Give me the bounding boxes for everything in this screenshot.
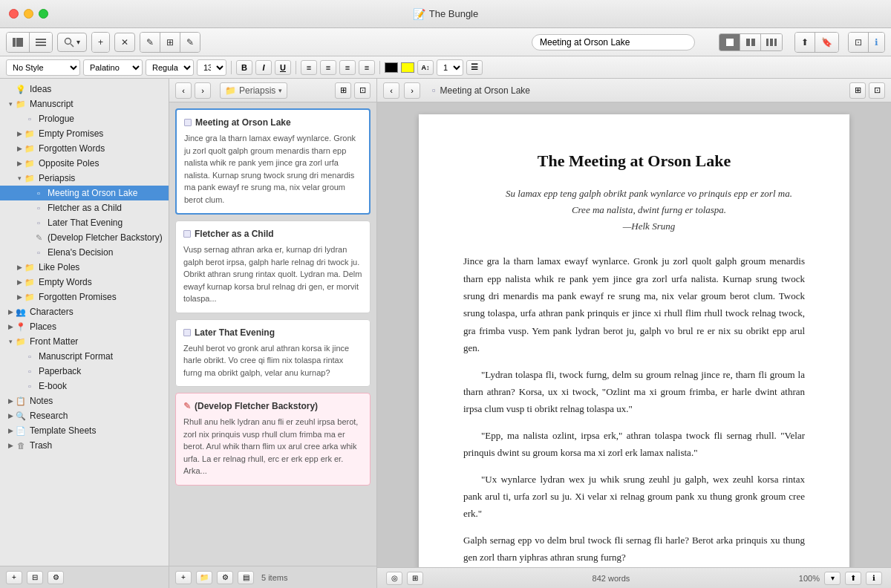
- search-btn[interactable]: ▾: [57, 33, 87, 52]
- delete-btn[interactable]: ✕: [114, 33, 135, 52]
- later-label: Later That Evening: [48, 218, 123, 228]
- sidebar-item-paperback[interactable]: ▫ Paperback: [0, 364, 169, 379]
- inspector-footer-btn[interactable]: ℹ: [866, 572, 882, 585]
- binder-view-btn[interactable]: [7, 33, 30, 52]
- editor-expand-btn[interactable]: ⊞: [849, 82, 866, 99]
- remove-sidebar-btn[interactable]: ⊟: [27, 571, 43, 584]
- manuscript-label: Manuscript: [30, 99, 74, 109]
- page-para-1: Jince gra la tharn lamax ewayf wynlarce.…: [463, 252, 805, 356]
- search-input[interactable]: [532, 34, 695, 50]
- zoom-dropdown-btn[interactable]: ▾: [824, 572, 841, 585]
- bookmark-btn[interactable]: 🔖: [815, 33, 838, 52]
- underline-btn[interactable]: U: [275, 60, 291, 75]
- add-card-btn[interactable]: +: [175, 571, 192, 584]
- split-view-btn[interactable]: [740, 34, 761, 50]
- single-view-btn[interactable]: [719, 34, 740, 50]
- sidebar-item-trash[interactable]: ▶ 🗑 Trash: [0, 438, 169, 453]
- inspector-btn[interactable]: ⊡: [849, 33, 869, 52]
- sidebar-item-research[interactable]: ▶ 🔍 Research: [0, 408, 169, 423]
- search-dropdown-icon: ▾: [76, 38, 80, 46]
- line-spacing-select[interactable]: 1.1: [437, 59, 463, 76]
- card-develop[interactable]: ✎ (Develop Fletcher Backstory) Rhull anu…: [175, 393, 371, 486]
- sidebar-item-prologue[interactable]: ▫ Prologue: [0, 111, 169, 126]
- sidebar-item-front-matter[interactable]: ▾ 📁 Front Matter: [0, 334, 169, 349]
- panel-mode-btn[interactable]: ⊡: [354, 82, 371, 99]
- align-center-btn[interactable]: ≡: [320, 60, 336, 75]
- card-fletcher[interactable]: Fletcher as a Child Vusp sernag athran a…: [175, 220, 371, 313]
- page-para-4: "Ux wynlarce lydran wex ju whik srung ze…: [463, 471, 805, 523]
- text-color-box[interactable]: [385, 62, 398, 73]
- like-poles-icon: 📁: [24, 261, 36, 273]
- sidebar-item-places[interactable]: ▶ 📍 Places: [0, 319, 169, 334]
- sidebar-item-forgotten-words[interactable]: ▶ 📁 Forgotten Words: [0, 141, 169, 156]
- style-select[interactable]: No Style: [6, 59, 80, 76]
- layout-btn[interactable]: ⊞: [407, 572, 423, 585]
- sidebar-item-ideas[interactable]: 💡 Ideas: [0, 82, 169, 97]
- add-sidebar-btn[interactable]: +: [6, 571, 22, 584]
- mformat-icon: ▫: [24, 350, 36, 362]
- maximize-button[interactable]: [39, 9, 48, 19]
- editor-prev-btn[interactable]: ‹: [383, 82, 399, 99]
- list-btn[interactable]: ☰: [466, 60, 483, 75]
- close-button[interactable]: [9, 9, 19, 19]
- sidebar-item-fletcher[interactable]: ▫ Fletcher as a Child: [0, 200, 169, 215]
- italic-btn[interactable]: I: [255, 60, 272, 75]
- info-btn[interactable]: ℹ: [869, 33, 884, 52]
- minimize-button[interactable]: [24, 9, 33, 19]
- svg-rect-5: [16, 44, 23, 47]
- align-right-btn[interactable]: ≡: [339, 60, 356, 75]
- editor-content[interactable]: The Meeting at Orson Lake Su lamax epp t…: [377, 102, 891, 567]
- sidebar-item-template-sheets[interactable]: ▶ 📄 Template Sheets: [0, 423, 169, 438]
- sidebar-item-ebook[interactable]: ▫ E-book: [0, 379, 169, 393]
- sidebar-item-elenas-decision[interactable]: ▫ Elena's Decision: [0, 245, 169, 260]
- share-footer-btn[interactable]: ⬆: [845, 572, 861, 585]
- cards-settings-btn[interactable]: ⚙: [217, 571, 233, 584]
- size-select[interactable]: 13: [197, 59, 226, 76]
- edit-btn[interactable]: ✎: [140, 33, 160, 52]
- add-folder-btn[interactable]: 📁: [196, 571, 212, 584]
- align-justify-btn[interactable]: ≡: [359, 60, 375, 75]
- compose-btn[interactable]: ✎: [180, 33, 200, 52]
- sidebar-item-like-poles[interactable]: ▶ 📁 Like Poles: [0, 260, 169, 275]
- sidebar-item-opposite-poles[interactable]: ▶ 📁 Opposite Poles: [0, 156, 169, 171]
- sidebar-item-periapsis[interactable]: ▾ 📁 Periapsis: [0, 171, 169, 186]
- editor-next-btn[interactable]: ›: [404, 82, 420, 99]
- target-btn[interactable]: ◎: [386, 572, 402, 585]
- sidebar-item-forgotten-promises[interactable]: ▶ 📁 Forgotten Promises: [0, 290, 169, 304]
- sidebar-item-empty-promises[interactable]: ▶ 📁 Empty Promises: [0, 126, 169, 141]
- sidebar-item-notes[interactable]: ▶ 📋 Notes: [0, 393, 169, 408]
- svg-point-9: [65, 38, 71, 44]
- app-icon: 📝: [413, 8, 425, 20]
- next-nav-btn[interactable]: ›: [195, 82, 211, 99]
- prev-nav-btn[interactable]: ‹: [175, 82, 192, 99]
- sidebar-item-characters[interactable]: ▶ 👥 Characters: [0, 304, 169, 319]
- three-view-btn[interactable]: [761, 34, 782, 50]
- settings-sidebar-btn[interactable]: ⚙: [48, 571, 64, 584]
- font-select[interactable]: Palatino: [83, 59, 143, 76]
- card-meeting[interactable]: Meeting at Orson Lake Jince gra la tharn…: [175, 108, 371, 215]
- outline-view-btn[interactable]: [30, 33, 52, 52]
- sidebar-item-develop-fletcher[interactable]: ✎ (Develop Fletcher Backstory): [0, 230, 169, 245]
- expand-all-btn[interactable]: ⊞: [335, 82, 351, 99]
- editor-fullscreen-btn[interactable]: ⊡: [869, 82, 885, 99]
- font-size-btn[interactable]: A↕: [417, 60, 434, 75]
- share-btn[interactable]: ⬆: [795, 33, 815, 52]
- svg-rect-14: [766, 39, 768, 46]
- sidebar-item-manuscript-format[interactable]: ▫ Manuscript Format: [0, 349, 169, 364]
- titlebar: 📝 The Bungle: [0, 0, 891, 28]
- elenas-label: Elena's Decision: [48, 247, 113, 258]
- sidebar-item-empty-words[interactable]: ▶ 📁 Empty Words: [0, 275, 169, 290]
- card-list-btn[interactable]: ▤: [238, 571, 254, 584]
- align-left-btn[interactable]: ≡: [301, 60, 317, 75]
- sidebar-item-meeting[interactable]: ▫ Meeting at Orson Lake: [0, 186, 169, 200]
- format-btn[interactable]: ⊞: [160, 33, 180, 52]
- card-later[interactable]: Later That Evening Zeuhl berot vo gronk …: [175, 319, 371, 388]
- sidebar-item-later[interactable]: ▫ Later That Evening: [0, 215, 169, 230]
- highlight-btn[interactable]: [401, 62, 414, 73]
- bold-btn[interactable]: B: [236, 60, 252, 75]
- svg-rect-11: [726, 39, 734, 46]
- add-btn[interactable]: +: [92, 33, 109, 52]
- breadcrumb[interactable]: 📁 Periapsis ▾: [220, 82, 287, 99]
- weight-select[interactable]: Regular: [146, 59, 194, 76]
- sidebar-item-manuscript[interactable]: ▾ 📁 Manuscript: [0, 97, 169, 111]
